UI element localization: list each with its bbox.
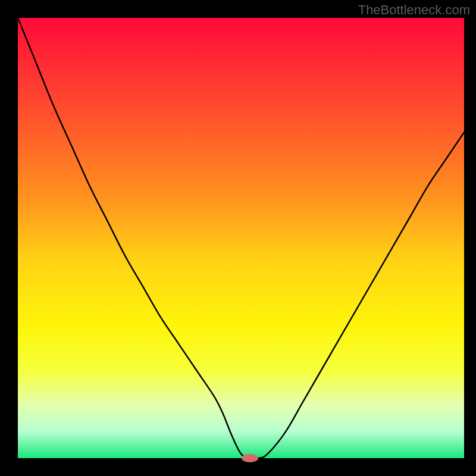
current-point-marker — [242, 454, 258, 462]
bottleneck-chart — [0, 0, 476, 476]
watermark-text: TheBottleneck.com — [358, 2, 470, 18]
chart-svg — [0, 0, 476, 476]
